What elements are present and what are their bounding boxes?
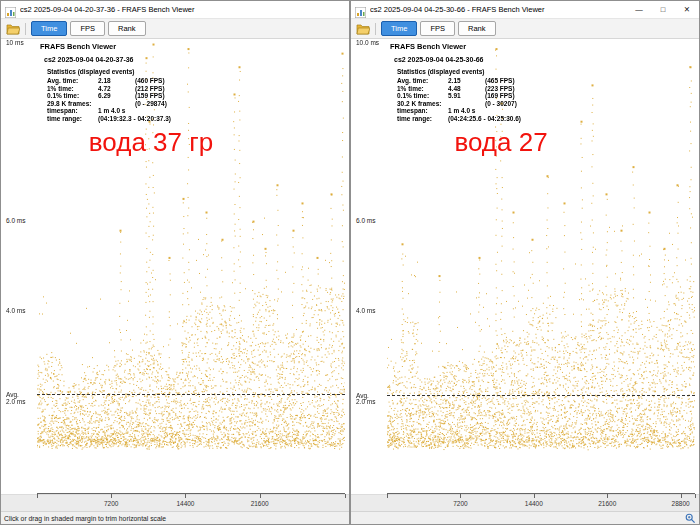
status-bar: [351, 511, 699, 524]
y-axis-label: 10.0 ms: [356, 39, 379, 46]
toolbar: Time FPS Rank: [1, 18, 349, 39]
toolbar: Time FPS Rank: [351, 18, 699, 39]
x-axis-tick: [387, 494, 388, 498]
x-axis-tick-label: 7200: [96, 500, 126, 507]
stats-row: 0.1% time:5.91(169 FPS): [397, 92, 517, 100]
caption-buttons: — □ ✕: [627, 1, 699, 18]
zoom-in-icon[interactable]: [684, 513, 696, 524]
tab-fps[interactable]: FPS: [420, 21, 455, 36]
app-icon: [355, 4, 366, 15]
maximize-button[interactable]: □: [651, 1, 675, 18]
stats-block: Avg. time:2.18(460 FPS)1% time:4.72(212 …: [47, 77, 167, 123]
x-axis-tick: [111, 494, 112, 498]
tab-fps[interactable]: FPS: [70, 21, 105, 36]
title-bar[interactable]: cs2 2025-09-04 04-25-30-66 - FRAFS Bench…: [351, 1, 699, 18]
minimize-button[interactable]: —: [627, 1, 651, 18]
stats-title: Statistics (displayed events): [397, 68, 484, 75]
stats-row: 0.1% time:6.29(159 FPS): [47, 92, 167, 100]
stats-row: timespan:1 m 4.0 s: [397, 107, 517, 115]
y-axis-label: 4.0 ms: [356, 307, 376, 314]
user-annotation: вода 37 гр: [41, 127, 261, 158]
benchmark-window-right: cs2 2025-09-04 04-25-30-66 - FRAFS Bench…: [350, 0, 700, 525]
stats-title: Statistics (displayed events): [47, 68, 134, 75]
window-title: cs2 2025-09-04 04-20-37-36 - FRAFS Bench…: [20, 5, 345, 14]
stats-row: 1% time:4.48(223 FPS): [397, 85, 517, 93]
x-axis-tick: [185, 494, 186, 498]
chart-area: Avg. FRAFS Bench Viewer cs2 2025-09-04 0…: [1, 39, 349, 511]
close-button[interactable]: ✕: [675, 1, 699, 18]
x-axis-tick: [534, 494, 535, 498]
tab-time[interactable]: Time: [31, 21, 67, 36]
y-axis-label: 6.0 ms: [6, 217, 26, 224]
x-axis-tick: [460, 494, 461, 498]
tab-time[interactable]: Time: [381, 21, 417, 36]
viewer-header: FRAFS Bench Viewer: [40, 42, 116, 51]
y-axis-label: 2.0 ms: [6, 398, 26, 405]
stats-row: timespan:1 m 4.0 s: [47, 107, 167, 115]
y-axis-label: 6.0 ms: [356, 217, 376, 224]
window-title: cs2 2025-09-04 04-25-30-66 - FRAFS Bench…: [370, 5, 627, 14]
stats-row: Avg. time:2.15(465 FPS): [397, 77, 517, 85]
y-axis-label: 4.0 ms: [6, 307, 26, 314]
y-axis-label: 10 ms: [6, 39, 24, 46]
tab-rank[interactable]: Rank: [108, 21, 146, 36]
x-axis-tick-label: 28800: [666, 500, 696, 507]
x-axis-tick: [681, 494, 682, 498]
x-axis-tick-label: 7200: [445, 500, 475, 507]
stats-block: Avg. time:2.15(465 FPS)1% time:4.48(223 …: [397, 77, 517, 123]
stats-row: time range:(04:24:25.6 - 04:25:30.6): [397, 115, 517, 123]
x-axis-tick-label: 14400: [170, 500, 200, 507]
average-line: [37, 394, 345, 395]
stats-row: 1% time:4.72(212 FPS): [47, 85, 167, 93]
x-axis-tick-label: 14400: [519, 500, 549, 507]
tab-rank[interactable]: Rank: [458, 21, 496, 36]
toolbar-separator: [375, 23, 376, 35]
app-icon: [5, 4, 16, 15]
user-annotation: вода 27: [391, 127, 611, 158]
viewer-header: FRAFS Bench Viewer: [390, 42, 466, 51]
session-name: cs2 2025-09-04 04-25-30-66: [394, 56, 484, 63]
open-file-button[interactable]: [5, 22, 20, 35]
average-label: Avg.: [6, 391, 19, 398]
status-hint: Click or drag in shaded margin to trim h…: [4, 515, 346, 522]
x-axis-tick: [607, 494, 608, 498]
stats-row: 30.2 K frames:(0 - 30207): [397, 100, 517, 108]
x-axis-tick: [345, 494, 346, 498]
stats-row: time range:(04:19:32.3 - 04:20:37.3): [47, 115, 167, 123]
toolbar-separator: [25, 23, 26, 35]
x-axis-tick-label: 21600: [245, 500, 275, 507]
title-bar[interactable]: cs2 2025-09-04 04-20-37-36 - FRAFS Bench…: [1, 1, 349, 18]
stats-row: 29.8 K frames:(0 - 29874): [47, 100, 167, 108]
y-axis-label: 2.0 ms: [356, 398, 376, 405]
x-axis-tick: [695, 494, 696, 498]
x-axis-tick: [37, 494, 38, 498]
open-file-button[interactable]: [355, 22, 370, 35]
x-axis-tick: [260, 494, 261, 498]
stats-row: Avg. time:2.18(460 FPS): [47, 77, 167, 85]
chart-area: Avg. FRAFS Bench Viewer cs2 2025-09-04 0…: [351, 39, 699, 511]
status-bar: Click or drag in shaded margin to trim h…: [1, 511, 349, 524]
average-line: [387, 395, 695, 396]
session-name: cs2 2025-09-04 04-20-37-36: [44, 56, 134, 63]
x-axis-tick-label: 21600: [592, 500, 622, 507]
benchmark-window-left: cs2 2025-09-04 04-20-37-36 - FRAFS Bench…: [0, 0, 350, 525]
